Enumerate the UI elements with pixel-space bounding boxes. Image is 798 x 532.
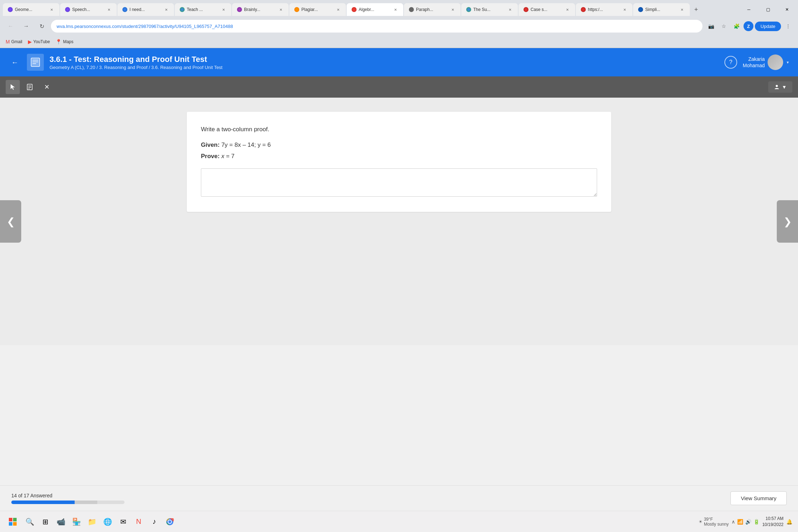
question-prove: Prove: x = 7 — [201, 153, 597, 160]
tab-close-speech[interactable]: ✕ — [106, 7, 112, 12]
help-button[interactable]: ? — [724, 56, 737, 69]
svg-rect-12 — [13, 522, 17, 526]
close-tool-button[interactable]: ✕ — [40, 80, 54, 94]
notes-tool-button[interactable] — [23, 80, 37, 94]
header-right: ? Zakaria Mohamad ▼ — [724, 54, 790, 70]
maps-icon: 📍 — [56, 39, 62, 45]
prev-question-button[interactable]: ❮ — [0, 200, 21, 243]
minimize-button[interactable]: ─ — [741, 4, 757, 15]
cast-icon[interactable]: 📷 — [705, 21, 717, 32]
tab-algebra[interactable]: Algebr... ✕ — [347, 3, 403, 16]
tab-plagiarism[interactable]: Plagiar... ✕ — [289, 3, 346, 16]
svg-point-15 — [168, 520, 171, 523]
svg-rect-10 — [13, 518, 17, 521]
weather-desc: Mostly sunny — [704, 522, 729, 527]
taskbar-meet[interactable]: 📹 — [54, 515, 68, 529]
tab-close-paraphrase[interactable]: ✕ — [450, 7, 456, 12]
tab-https[interactable]: https:/... ✕ — [576, 3, 632, 16]
close-button[interactable]: ✕ — [779, 4, 795, 15]
bookmarks-bar: M Gmail ▶ YouTube 📍 Maps — [0, 35, 798, 48]
tab-close-cases[interactable]: ✕ — [565, 7, 570, 12]
taskbar: 🔍 ⊞ 📹 🏪 📁 🌐 ✉ N ♪ ☀ 39°F Mostly sunny — [0, 511, 798, 532]
back-button[interactable]: ← — [4, 20, 17, 33]
taskbar-search[interactable]: 🔍 — [23, 515, 37, 529]
question-instruction: Write a two-column proof. — [201, 126, 597, 133]
weather-icon: ☀ — [699, 519, 702, 524]
new-tab-button[interactable]: + — [690, 4, 702, 15]
tab-ineed[interactable]: I need... ✕ — [117, 3, 174, 16]
gmail-icon: M — [6, 39, 10, 45]
tray-battery[interactable]: 🔋 — [753, 519, 759, 525]
given-label: Given: — [201, 141, 220, 148]
tab-simpli[interactable]: Simpli... ✕ — [633, 3, 690, 16]
prove-label: Prove: — [201, 153, 220, 160]
bookmark-maps[interactable]: 📍 Maps — [56, 39, 73, 45]
taskbar-chrome[interactable] — [163, 515, 177, 529]
tab-paraphrase[interactable]: Paraph... ✕ — [404, 3, 461, 16]
user-action-button[interactable]: ▼ — [768, 81, 792, 93]
forward-button[interactable]: → — [20, 20, 33, 33]
app-header: ← 3.6.1 - Test: Reasoning and Proof Unit… — [0, 48, 798, 76]
taskbar-microsoftstore[interactable]: 🏪 — [69, 515, 83, 529]
update-button[interactable]: Update — [755, 22, 781, 31]
tab-brainly[interactable]: Brainly... ✕ — [232, 3, 289, 16]
tab-geometry[interactable]: Geome... ✕ — [3, 3, 59, 16]
taskbar-icons: 🔍 ⊞ 📹 🏪 📁 🌐 ✉ N ♪ — [23, 515, 177, 529]
tab-speech[interactable]: Speech... ✕ — [60, 3, 117, 16]
taskbar-tiktok[interactable]: ♪ — [147, 515, 161, 529]
tab-teach[interactable]: Teach ... ✕ — [175, 3, 231, 16]
youtube-icon: ▶ — [28, 39, 32, 45]
question-given: Given: 7y = 8x – 14; y = 6 — [201, 141, 597, 149]
svg-rect-9 — [9, 518, 12, 521]
tab-close-geometry[interactable]: ✕ — [49, 7, 54, 12]
window-controls: ─ ▢ ✕ — [741, 4, 795, 15]
address-input[interactable] — [51, 20, 702, 33]
avatar — [768, 54, 783, 70]
content-toolbar: ✕ ▼ — [0, 76, 798, 98]
tab-close-plagiarism[interactable]: ✕ — [335, 7, 341, 12]
prove-equals: = 7 — [224, 153, 235, 160]
tab-close-https[interactable]: ✕ — [622, 7, 628, 12]
tab-close-simpli[interactable]: ✕ — [679, 7, 685, 12]
answer-textarea[interactable] — [201, 168, 597, 197]
next-question-button[interactable]: ❯ — [777, 200, 798, 243]
bookmark-youtube[interactable]: ▶ YouTube — [28, 39, 50, 45]
view-summary-button[interactable]: View Summary — [730, 491, 787, 505]
tab-thesu[interactable]: The Su... ✕ — [461, 3, 518, 16]
maximize-button[interactable]: ▢ — [760, 4, 776, 15]
tab-close-brainly[interactable]: ✕ — [278, 7, 284, 12]
tab-close-ineed[interactable]: ✕ — [163, 7, 169, 12]
header-title-block: 3.6.1 - Test: Reasoning and Proof Unit T… — [50, 55, 719, 70]
taskbar-mail[interactable]: ✉ — [116, 515, 130, 529]
cursor-tool-button[interactable] — [6, 80, 20, 94]
page-title: 3.6.1 - Test: Reasoning and Proof Unit T… — [50, 55, 719, 64]
tray-network[interactable]: 📶 — [737, 519, 743, 525]
taskbar-taskview[interactable]: ⊞ — [38, 515, 52, 529]
avatar-image — [768, 54, 783, 70]
notification-icon[interactable]: 🔔 — [786, 519, 792, 525]
bookmark-gmail[interactable]: M Gmail — [6, 39, 22, 45]
tray-sound[interactable]: 🔊 — [745, 519, 751, 525]
system-tray: ∧ 📶 🔊 🔋 — [732, 519, 759, 525]
reload-button[interactable]: ↻ — [35, 20, 48, 33]
start-button[interactable] — [6, 515, 20, 529]
header-back-button[interactable]: ← — [8, 56, 21, 69]
user-dropdown-arrow[interactable]: ▼ — [786, 60, 790, 64]
tab-close-algebra[interactable]: ✕ — [393, 7, 398, 12]
toolbar-icons: 📷 ☆ 🧩 Z Update ⋮ — [705, 21, 794, 32]
taskbar-edge[interactable]: 🌐 — [100, 515, 115, 529]
tray-up-arrow[interactable]: ∧ — [732, 519, 735, 525]
taskbar-clock[interactable]: 10:57 AM 10/19/2022 — [762, 516, 783, 528]
svg-point-8 — [776, 85, 778, 87]
extension-icon[interactable]: 🧩 — [731, 21, 742, 32]
tab-cases[interactable]: Case s... ✕ — [519, 3, 575, 16]
progress-section: 14 of 17 Answered — [11, 493, 730, 504]
profile-icon[interactable]: Z — [744, 21, 753, 31]
menu-icon[interactable]: ⋮ — [782, 21, 794, 32]
taskbar-netflix[interactable]: N — [132, 515, 146, 529]
tab-close-teach[interactable]: ✕ — [221, 7, 226, 12]
tab-close-thesu[interactable]: ✕ — [507, 7, 513, 12]
bookmark-icon[interactable]: ☆ — [718, 21, 729, 32]
close-icon: ✕ — [44, 83, 50, 91]
taskbar-fileexplorer[interactable]: 📁 — [85, 515, 99, 529]
